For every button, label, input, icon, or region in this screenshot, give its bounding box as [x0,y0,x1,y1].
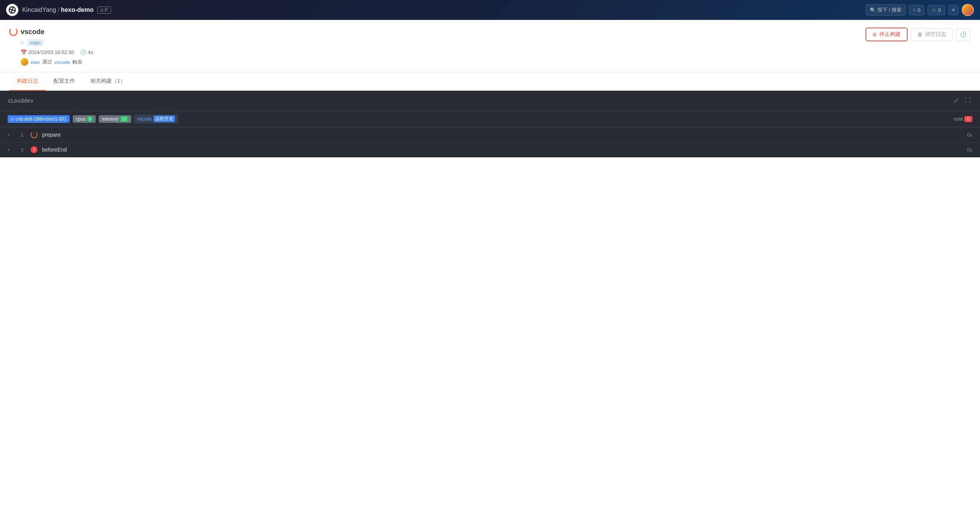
repo-breadcrumb: KincaidYang / hexo-demo 公开 [22,7,111,14]
step-2-name: beforeEnd [42,147,962,153]
cost-badge: 0 [964,116,972,122]
site-logo [6,4,18,16]
step-1-spinner-icon [31,131,38,138]
build-datetime: 📅 2024/10/03 16:02:30 [21,49,74,55]
branch-icon: ⑂ [21,40,24,46]
repo-name[interactable]: hexo-demo [61,7,93,13]
tags-left: id cnb-ds8-1i98mdom1-001 cpus 8 memory 1… [8,114,178,123]
nav-left: KincaidYang / hexo-demo 公开 [6,4,111,16]
trigger-user-link[interactable]: xiao [31,59,40,65]
build-log-section: cLouddev ⤢ ⛶ id cnb-ds8-1i98mdom1-001 cp… [0,91,980,157]
fullscreen-icon-button[interactable]: ⛶ [963,96,972,106]
build-header: vscode ⑂ main 📅 2024/10/03 16:02:30 🕐 4s… [0,20,980,72]
tag-vscode: vscode 远程开发 [134,114,178,123]
tabs-bar: 构建日志 配置文件 相关构建（1） [0,72,980,91]
build-title-row: vscode [9,28,93,36]
step-2-error-icon: ! [31,146,38,153]
action-buttons: ⊘ 停止构建 🗑 清空日志 🕐 [866,28,971,41]
tag-cpus: cpus 8 [73,115,96,123]
top-navbar: KincaidYang / hexo-demo 公开 🔍 按下 / 搜索 ⑂ 0… [0,0,980,20]
log-header-right: ⤢ ⛶ [952,95,972,106]
cost-tag: cost 0 [954,116,972,122]
public-badge: 公开 [97,7,111,14]
log-header: cLouddev ⤢ ⛶ [0,91,980,111]
fork-button[interactable]: ⑂ 0 [909,5,924,15]
star-icon: ☆ [932,7,936,13]
step-1-expand-icon: › [8,132,14,137]
tag-id: id cnb-ds8-1i98mdom1-001 [8,115,70,123]
plus-button[interactable]: + [948,5,959,15]
build-info: vscode ⑂ main 📅 2024/10/03 16:02:30 🕐 4s… [9,28,93,66]
log-header-left: cLouddev [8,98,33,104]
user-avatar[interactable] [962,4,974,16]
history-icon: 🕐 [960,31,967,38]
tab-related-builds[interactable]: 相关构建（1） [83,72,133,91]
clear-log-button[interactable]: 🗑 清空日志 [911,28,953,41]
history-button[interactable]: 🕐 [956,28,971,41]
calendar-icon: 📅 [21,49,27,55]
step-1-name: prepare [42,132,962,138]
trash-icon: 🗑 [917,31,923,38]
step-2-time: 0s [967,147,972,153]
step-2-number: 2 [18,147,26,153]
step-2-expand-icon: › [8,147,14,152]
tab-config-file[interactable]: 配置文件 [46,72,83,91]
star-button[interactable]: ☆ 0 [928,5,945,15]
main-content: vscode ⑂ main 📅 2024/10/03 16:02:30 🕐 4s… [0,20,980,516]
stop-build-button[interactable]: ⊘ 停止构建 [866,28,908,41]
step-1-number: 1 [18,132,26,138]
search-icon: 🔍 [870,7,876,13]
build-name: vscode [21,28,44,36]
build-duration: 🕐 4s [80,49,93,55]
expand-icon-button[interactable]: ⤢ [952,95,960,106]
repo-owner[interactable]: KincaidYang [22,7,56,13]
stop-icon: ⊘ [872,31,877,38]
clock-icon: 🕐 [80,49,86,55]
tags-row: id cnb-ds8-1i98mdom1-001 cpus 8 memory 1… [0,111,980,127]
branch-tag[interactable]: main [27,39,44,46]
tab-build-log[interactable]: 构建日志 [9,72,46,91]
search-button[interactable]: 🔍 按下 / 搜索 [866,4,906,16]
nav-right: 🔍 按下 / 搜索 ⑂ 0 ☆ 0 + [866,4,974,16]
build-spinning-icon [9,28,18,36]
step-row-2[interactable]: › 2 ! beforeEnd 0s [0,142,980,157]
tag-memory: memory 16 [99,115,131,123]
fork-icon: ⑂ [913,7,916,13]
step-row-1[interactable]: › 1 prepare 0s [0,127,980,142]
trigger-user-avatar [21,58,28,66]
clouddev-label: cLouddev [8,98,33,104]
step-1-time: 0s [967,132,972,138]
trigger-source-link[interactable]: vscode [54,59,70,65]
